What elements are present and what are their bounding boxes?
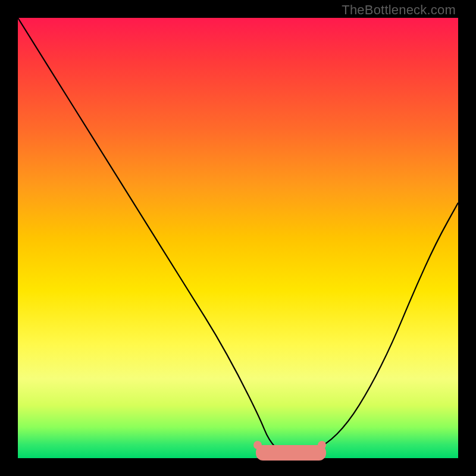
plot-area [18, 18, 458, 458]
optimal-dot-left [253, 441, 262, 449]
curve-path [18, 18, 458, 457]
watermark-text: TheBottleneck.com [342, 2, 456, 18]
bottleneck-curve [18, 18, 458, 458]
chart-frame: TheBottleneck.com [0, 0, 476, 476]
optimal-band [256, 445, 326, 461]
optimal-dot-right [318, 441, 326, 449]
